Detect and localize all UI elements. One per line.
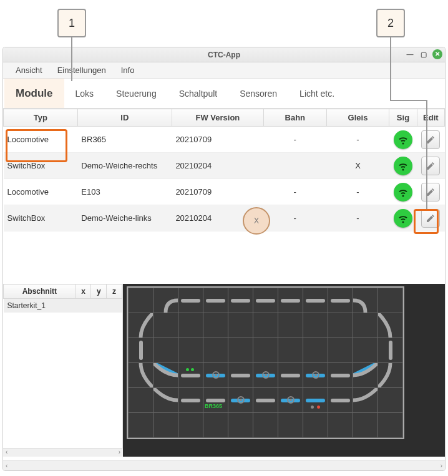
callout-2-label: 2	[387, 17, 394, 30]
close-button[interactable]: ✕	[432, 49, 442, 59]
menubar: Ansicht Einstellungen Info	[3, 62, 445, 79]
svg-point-7	[240, 399, 242, 401]
tabbar: Module Loks Steuerung Schaltpult Sensore…	[3, 79, 445, 109]
cell-edit	[417, 205, 444, 231]
cell-bahn: -	[263, 179, 326, 205]
col-typ[interactable]: Typ	[4, 109, 78, 127]
cell-gleis: -	[326, 205, 389, 231]
svg-point-3	[265, 374, 267, 376]
cell-sig	[389, 205, 417, 231]
cell-id: Demo-Weiche-links	[77, 205, 172, 231]
wifi-icon	[394, 130, 412, 149]
pencil-icon	[426, 213, 436, 223]
bahn-highlight-x: X	[254, 216, 259, 225]
cell-bahn: -	[263, 205, 326, 231]
svg-point-1	[215, 374, 217, 376]
edit-button[interactable]	[421, 130, 440, 149]
cell-id: BR365	[77, 127, 172, 153]
bottom-scrollbar[interactable]: ‹›	[3, 460, 445, 470]
callout-2: 2	[376, 9, 405, 37]
section-z	[107, 299, 122, 313]
section-x	[75, 299, 91, 313]
cell-fw: 20210709	[172, 179, 263, 205]
col-sig[interactable]: Sig	[389, 109, 417, 127]
table-row[interactable]: LocomotiveE10320210709--	[4, 179, 445, 205]
col-gleis[interactable]: Gleis	[326, 109, 389, 127]
table-row[interactable]: LocomotiveBR36520210709--	[4, 127, 445, 153]
svg-point-5	[314, 374, 317, 376]
maximize-button[interactable]: ▢	[419, 49, 429, 59]
cell-gleis: X	[326, 153, 389, 179]
cell-id: E103	[77, 179, 172, 205]
cell-sig	[389, 153, 417, 179]
cell-edit	[417, 127, 444, 153]
track-label-br365: BR365	[205, 403, 222, 409]
edit-button[interactable]	[421, 209, 440, 228]
callout-1: 1	[57, 9, 86, 37]
section-y	[91, 299, 107, 313]
col-bahn[interactable]: Bahn	[263, 109, 326, 127]
cell-fw: 20210204	[172, 153, 263, 179]
col-id[interactable]: ID	[77, 109, 172, 127]
wifi-icon	[394, 209, 412, 228]
menu-ansicht[interactable]: Ansicht	[8, 62, 50, 78]
sections-pane: Abschnitt x y z Starterkit_1	[3, 284, 123, 457]
cell-id: Demo-Weiche-rechts	[77, 153, 172, 179]
svg-point-9	[290, 399, 292, 401]
table-row[interactable]: SwitchBoxDemo-Weiche-rechts20210204X	[4, 153, 445, 179]
tab-module[interactable]: Module	[4, 79, 64, 108]
cell-sig	[389, 179, 417, 205]
col-abschnitt[interactable]: Abschnitt	[4, 284, 76, 299]
section-row[interactable]: Starterkit_1	[4, 299, 122, 313]
cell-typ: Locomotive	[4, 127, 78, 153]
cell-bahn: -	[263, 127, 326, 153]
window-title: CTC-App	[208, 51, 240, 59]
cell-gleis: -	[326, 179, 389, 205]
menu-einstellungen[interactable]: Einstellungen	[50, 62, 114, 78]
col-fw[interactable]: FW Version	[172, 109, 263, 127]
cell-typ: Locomotive	[4, 179, 78, 205]
titlebar: CTC-App — ▢ ✕	[3, 47, 445, 62]
cell-bahn	[263, 153, 326, 179]
tab-licht[interactable]: Licht etc.	[288, 79, 346, 108]
callout-1-label: 1	[69, 17, 75, 30]
minimize-button[interactable]: —	[405, 49, 415, 59]
col-z[interactable]: z	[107, 284, 122, 299]
table-row[interactable]: SwitchBoxDemo-Weiche-links20210204--	[4, 205, 445, 231]
lower-section: Abschnitt x y z Starterkit_1	[3, 284, 445, 457]
cell-gleis: -	[326, 127, 389, 153]
tab-sensoren[interactable]: Sensoren	[228, 79, 288, 108]
tab-steuerung[interactable]: Steuerung	[105, 79, 168, 108]
track-grid: BR365	[127, 286, 404, 439]
col-x[interactable]: x	[75, 284, 91, 299]
wifi-icon	[394, 183, 412, 202]
cell-typ: SwitchBox	[4, 153, 78, 179]
col-y[interactable]: y	[91, 284, 107, 299]
cell-sig	[389, 127, 417, 153]
edit-button[interactable]	[421, 157, 440, 175]
modules-table: Typ ID FW Version Bahn Gleis Sig Edit Lo…	[3, 109, 445, 231]
tab-schaltpult[interactable]: Schaltpult	[168, 79, 228, 108]
cell-edit	[417, 153, 444, 179]
cell-typ: SwitchBox	[4, 205, 78, 231]
track-canvas[interactable]: BR365	[123, 284, 445, 457]
cell-fw: 20210709	[172, 127, 263, 153]
wifi-icon	[394, 157, 412, 175]
edit-button[interactable]	[421, 183, 440, 202]
cell-edit	[417, 179, 444, 205]
app-window: CTC-App — ▢ ✕ Ansicht Einstellungen Info…	[2, 47, 446, 471]
menu-info[interactable]: Info	[114, 62, 142, 78]
sections-scroll[interactable]: ‹›	[3, 448, 123, 457]
col-edit[interactable]: Edit	[417, 109, 444, 127]
tab-loks[interactable]: Loks	[64, 79, 105, 108]
bahn-highlight-badge: X	[243, 207, 270, 235]
section-name: Starterkit_1	[4, 299, 76, 313]
